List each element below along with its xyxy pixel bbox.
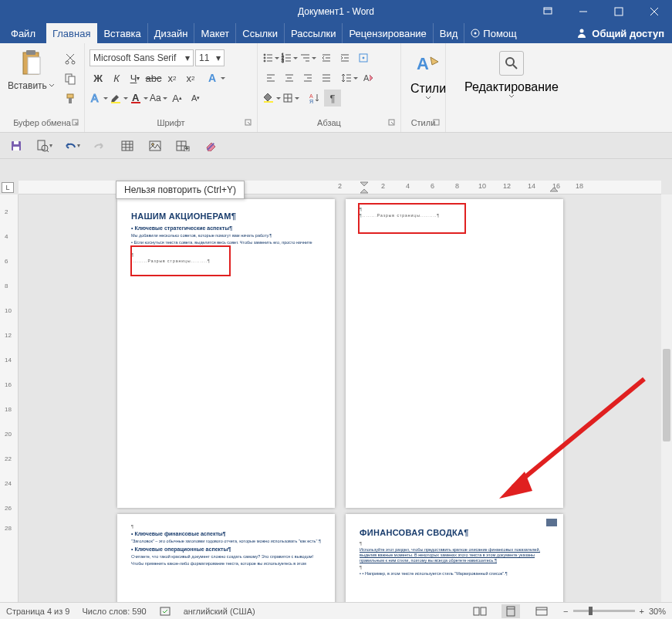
table-icon[interactable]: [119, 137, 136, 154]
increase-indent-button[interactable]: [336, 49, 353, 66]
align-left-button[interactable]: [262, 69, 279, 86]
web-layout-icon[interactable]: [532, 604, 551, 618]
zoom-control[interactable]: − + 30%: [563, 607, 666, 616]
minimize-icon[interactable]: [566, 0, 601, 23]
maximize-icon[interactable]: [601, 0, 637, 23]
language-indicator[interactable]: английский (США): [184, 607, 255, 616]
status-bar: Страница 4 из 9 Число слов: 590 английск…: [0, 602, 672, 619]
ribbon-options-icon[interactable]: [530, 0, 566, 23]
ribbon: Вставить Буфер обмена Microsoft Sans Ser…: [0, 43, 672, 133]
copy-icon[interactable]: [62, 71, 78, 86]
tooltip: Нельзя повторить (Ctrl+Y): [116, 181, 245, 199]
decrease-indent-button[interactable]: [318, 49, 335, 66]
annotation-arrow: [490, 371, 652, 510]
save-icon[interactable]: [8, 137, 25, 154]
borders-button[interactable]: [282, 90, 299, 107]
tell-me[interactable]: Помощ: [464, 23, 522, 43]
svg-point-27: [264, 57, 265, 59]
multilevel-button[interactable]: [299, 49, 316, 66]
font-launcher-icon[interactable]: [245, 119, 252, 127]
superscript-button[interactable]: x2: [182, 69, 199, 86]
print-layout-icon[interactable]: [501, 604, 520, 618]
tab-view[interactable]: Вид: [434, 23, 465, 43]
insert-table-icon[interactable]: +: [174, 137, 191, 154]
bullets-button[interactable]: [262, 49, 279, 66]
print-preview-icon[interactable]: ▾: [35, 137, 52, 154]
svg-rect-76: [14, 141, 19, 144]
clipboard-launcher-icon[interactable]: [72, 119, 79, 127]
text-outline-button[interactable]: A: [89, 90, 108, 107]
redo-icon[interactable]: [91, 137, 108, 154]
zoom-level[interactable]: 30%: [649, 607, 666, 616]
undo-icon[interactable]: ▾: [63, 137, 80, 154]
align-center-button[interactable]: [281, 69, 298, 86]
change-case-button[interactable]: Aa: [150, 90, 167, 107]
svg-text:A: A: [363, 73, 370, 83]
subscript-button[interactable]: x2: [164, 69, 181, 86]
zoom-out-icon[interactable]: −: [563, 607, 568, 616]
tab-file[interactable]: Файл: [0, 23, 46, 43]
shrink-font-button[interactable]: A▾: [187, 90, 204, 107]
svg-text:A: A: [91, 92, 99, 104]
spellcheck-icon[interactable]: [159, 606, 171, 617]
svg-rect-95: [160, 607, 170, 615]
font-name-combo[interactable]: Microsoft Sans Serif▾: [89, 49, 194, 66]
zoom-slider[interactable]: [573, 610, 635, 612]
tab-mailings[interactable]: Рассылки: [285, 23, 343, 43]
svg-rect-97: [481, 607, 486, 615]
paste-button[interactable]: Вставить: [5, 46, 58, 91]
sort-button[interactable]: АЯ: [306, 90, 322, 107]
eraser-icon[interactable]: [202, 137, 219, 154]
group-styles-label: Стили: [411, 118, 436, 127]
styles-button[interactable]: A Стили: [406, 46, 451, 102]
scrollbar-thumb[interactable]: [663, 349, 670, 441]
show-marks-button[interactable]: [355, 49, 372, 66]
picture-icon[interactable]: [147, 137, 164, 154]
tab-selector[interactable]: L: [2, 182, 14, 193]
cut-icon[interactable]: [62, 51, 78, 66]
svg-point-8: [580, 29, 584, 33]
highlight-button[interactable]: [110, 90, 128, 107]
read-mode-icon[interactable]: [471, 604, 489, 618]
shading-button[interactable]: [262, 90, 281, 107]
svg-rect-72: [434, 120, 439, 125]
close-icon[interactable]: [637, 0, 672, 23]
font-size-combo[interactable]: 11▾: [195, 49, 225, 66]
tab-design[interactable]: Дизайн: [148, 23, 195, 43]
tab-layout[interactable]: Макет: [194, 23, 236, 43]
pilcrow-button[interactable]: ¶: [324, 90, 341, 107]
svg-text:А: А: [309, 93, 313, 99]
align-right-button[interactable]: [299, 69, 316, 86]
tab-home[interactable]: Главная: [46, 23, 97, 43]
indent-marker-icon[interactable]: [360, 181, 369, 194]
text-effects-button[interactable]: A: [207, 69, 225, 86]
grow-font-button[interactable]: A▴: [169, 90, 186, 107]
numbering-button[interactable]: 123: [281, 49, 298, 66]
svg-text:A: A: [208, 72, 216, 84]
vertical-scrollbar[interactable]: [661, 194, 672, 602]
svg-text:A: A: [132, 92, 140, 103]
tab-insert[interactable]: Вставка: [97, 23, 147, 43]
page-3: ¶ • Ключевые финансовые аспекты¶ "Заголо…: [117, 514, 335, 602]
editing-button[interactable]: Редактирование: [451, 46, 572, 100]
strikethrough-button[interactable]: abc: [145, 69, 162, 86]
tab-references[interactable]: Ссылки: [236, 23, 285, 43]
styles-launcher-icon[interactable]: [433, 119, 441, 127]
justify-button[interactable]: [318, 69, 335, 86]
page-indicator[interactable]: Страница 4 из 9: [6, 607, 69, 616]
italic-button[interactable]: К: [108, 69, 125, 86]
share-button[interactable]: Общий доступ: [569, 23, 672, 43]
underline-button[interactable]: Ч▾: [127, 69, 144, 86]
vertical-ruler[interactable]: 24 68 1012 1416 1820 2224 2628: [0, 194, 19, 602]
zoom-in-icon[interactable]: +: [640, 607, 644, 616]
bold-button[interactable]: Ж: [89, 69, 106, 86]
clear-format-button[interactable]: A: [360, 69, 377, 86]
format-painter-icon[interactable]: [62, 91, 78, 107]
tab-review[interactable]: Рецензирование: [343, 23, 433, 43]
right-indent-marker-icon[interactable]: [549, 181, 559, 192]
word-count[interactable]: Число слов: 590: [82, 607, 146, 616]
line-spacing-button[interactable]: [341, 69, 358, 86]
font-color-button[interactable]: A: [130, 90, 148, 107]
horizontal-ruler[interactable]: 2 2 4 6 8 10 12 14 16 18: [19, 181, 661, 194]
paragraph-launcher-icon[interactable]: [388, 119, 396, 127]
